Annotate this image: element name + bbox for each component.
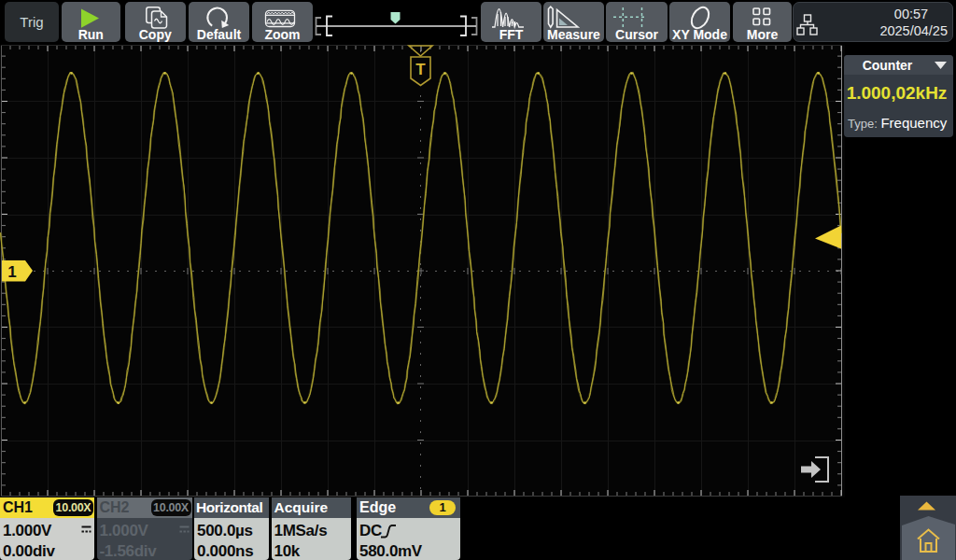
svg-text:1: 1 [7, 263, 16, 281]
svg-text:T: T [415, 61, 426, 78]
